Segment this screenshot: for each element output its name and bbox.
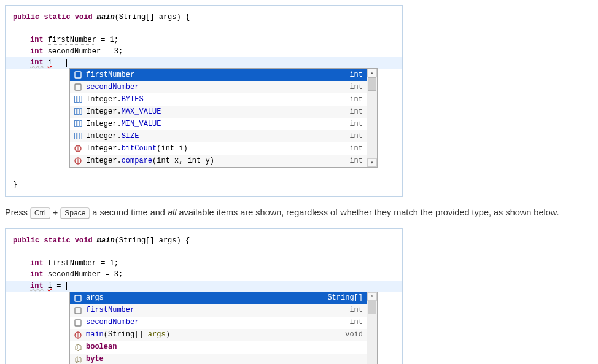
code-screenshot-2: public static void main(String[] args) {…: [5, 228, 403, 364]
autocomplete-label: Integer.MIN_VALUE: [86, 118, 344, 130]
scroll-up-button[interactable]: ▴: [367, 292, 377, 301]
staticmethod-icon: [74, 157, 82, 165]
autocomplete-type: int: [344, 106, 363, 118]
autocomplete-item[interactable]: firstNumberint: [70, 69, 367, 81]
code-line: }: [13, 179, 395, 191]
localvar-icon: [74, 294, 82, 303]
autocomplete-type: int: [344, 317, 363, 328]
svg-rect-9: [77, 121, 79, 127]
svg-rect-7: [79, 109, 81, 115]
code-line: int secondNumber = 3;: [13, 269, 395, 281]
autocomplete-type: int: [344, 94, 363, 106]
svg-rect-20: [75, 320, 81, 326]
svg-line-24: [76, 362, 79, 363]
kbd-ctrl: Ctrl: [30, 207, 50, 219]
svg-rect-5: [74, 109, 76, 115]
autocomplete-item[interactable]: main(String[] args)void: [70, 329, 367, 341]
autocomplete-item[interactable]: argsString[]: [70, 292, 367, 304]
autocomplete-item[interactable]: boolean: [70, 341, 367, 354]
staticfield-icon: [74, 95, 82, 104]
autocomplete-item[interactable]: secondNumberint: [70, 81, 367, 93]
code-line: public static void main(String[] args) {: [13, 235, 395, 247]
svg-rect-12: [77, 133, 79, 139]
autocomplete-item[interactable]: Integer.MAX_VALUEint: [70, 106, 367, 118]
autocomplete-item[interactable]: secondNumberint: [70, 317, 367, 329]
autocomplete-label: Integer.compare(int x, int y): [86, 155, 344, 167]
autocomplete-label: byte: [86, 354, 358, 364]
svg-rect-10: [79, 121, 81, 127]
code-line: public static void main(String[] args) {: [13, 12, 395, 23]
autocomplete-item[interactable]: Integer.SIZEint: [70, 130, 367, 142]
staticfield-icon: [74, 132, 82, 141]
svg-rect-19: [75, 308, 81, 314]
svg-rect-3: [77, 96, 79, 103]
scroll-up-button[interactable]: ▴: [367, 69, 377, 77]
code-blank-line: [13, 168, 395, 179]
autocomplete-popup[interactable]: argsString[]firstNumberintsecondNumberin…: [69, 292, 378, 364]
localvar-icon: [74, 319, 82, 327]
autocomplete-label: secondNumber: [86, 82, 344, 93]
keyword-icon: [74, 343, 82, 352]
staticmethod-icon: [74, 144, 82, 153]
svg-rect-13: [79, 133, 81, 139]
scroll-thumb[interactable]: [368, 301, 376, 314]
instruction-text: Press Ctrl + Space a second time and all…: [5, 206, 593, 219]
autocomplete-item[interactable]: Integer.bitCount(int i)int: [70, 142, 367, 155]
autocomplete-label: args: [86, 292, 322, 304]
staticmethod-icon: [74, 331, 82, 339]
svg-rect-6: [77, 109, 79, 115]
code-screenshot-1: public static void main(String[] args) {…: [5, 5, 403, 197]
autocomplete-type: int: [344, 131, 363, 142]
code-line: int firstNumber = 1;: [13, 34, 395, 46]
svg-rect-18: [75, 295, 81, 301]
autocomplete-item[interactable]: byte: [70, 354, 367, 364]
svg-rect-1: [75, 84, 81, 90]
autocomplete-type: int: [344, 155, 363, 167]
autocomplete-list[interactable]: argsString[]firstNumberintsecondNumberin…: [70, 292, 367, 364]
svg-rect-4: [79, 96, 81, 103]
autocomplete-label: main(String[] args): [86, 329, 340, 341]
code-line: int secondNumber = 3;: [13, 46, 395, 58]
autocomplete-label: Integer.SIZE: [86, 131, 344, 142]
localvar-icon: [74, 71, 82, 79]
localvar-icon: [74, 306, 82, 315]
code-blank-line: [13, 23, 395, 35]
staticfield-icon: [74, 120, 82, 128]
autocomplete-type: int: [344, 304, 363, 316]
autocomplete-label: firstNumber: [86, 304, 344, 316]
active-code-line[interactable]: int i =: [6, 57, 402, 69]
scroll-thumb[interactable]: [368, 77, 376, 91]
kbd-space: Space: [60, 207, 90, 219]
code-line: int firstNumber = 1;: [13, 258, 395, 269]
staticfield-icon: [74, 107, 82, 116]
svg-rect-8: [74, 121, 76, 127]
keyword-icon: [74, 355, 82, 364]
autocomplete-popup[interactable]: firstNumberintsecondNumberintInteger.BYT…: [69, 68, 378, 168]
active-code-line[interactable]: int i =: [6, 281, 402, 292]
text-cursor: [66, 282, 67, 290]
autocomplete-label: boolean: [86, 341, 358, 353]
autocomplete-type: void: [340, 329, 363, 341]
autocomplete-type: int: [344, 118, 363, 130]
autocomplete-label: Integer.bitCount(int i): [86, 143, 344, 155]
autocomplete-type: String[]: [322, 292, 363, 304]
autocomplete-item[interactable]: firstNumberint: [70, 304, 367, 317]
scrollbar[interactable]: ▴ ▾: [367, 69, 377, 167]
autocomplete-type: int: [344, 143, 363, 155]
autocomplete-label: Integer.BYTES: [86, 94, 344, 106]
svg-rect-0: [75, 72, 81, 78]
text-cursor: [66, 59, 67, 67]
autocomplete-label: firstNumber: [86, 69, 344, 81]
autocomplete-item[interactable]: Integer.BYTESint: [70, 93, 367, 106]
autocomplete-item[interactable]: Integer.MIN_VALUEint: [70, 118, 367, 130]
autocomplete-type: int: [344, 69, 363, 81]
autocomplete-list[interactable]: firstNumberintsecondNumberintInteger.BYT…: [70, 69, 367, 167]
autocomplete-label: secondNumber: [86, 317, 344, 328]
scroll-down-button[interactable]: ▾: [367, 158, 377, 167]
scrollbar[interactable]: ▴ ▾: [367, 292, 377, 364]
autocomplete-type: int: [344, 82, 363, 93]
localvar-icon: [74, 83, 82, 91]
autocomplete-item[interactable]: Integer.compare(int x, int y)int: [70, 155, 367, 167]
svg-line-23: [76, 350, 79, 351]
code-blank-line: [13, 246, 395, 258]
